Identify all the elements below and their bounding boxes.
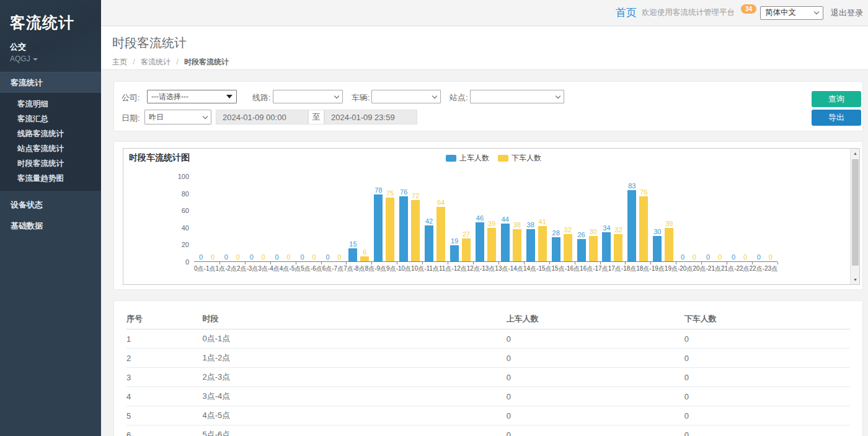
x-tick-label: 0点-1点 (194, 264, 215, 273)
bar-value-label: 30 (589, 228, 596, 235)
station-select[interactable] (470, 90, 564, 103)
chart-title: 时段车流统计图 (129, 152, 190, 164)
page-title: 时段客流统计 (112, 35, 868, 51)
bar-value-label: 38 (513, 221, 521, 229)
welcome-text: 欢迎使用客流统计管理平台 (642, 7, 735, 18)
bar-value-label: 39 (488, 220, 495, 227)
chevron-down-icon (814, 9, 819, 14)
bar-value-label: 0 (326, 253, 329, 261)
legend-item[interactable]: 上车人数 (446, 153, 489, 164)
bar-group: 7875 (371, 177, 397, 261)
chart-plot-area: 0000000000001567875767242641927463944383… (194, 177, 777, 262)
legend-item[interactable]: 下车人数 (498, 153, 541, 164)
bar (552, 237, 560, 261)
bar-value-label: 0 (718, 253, 722, 261)
bar (436, 207, 445, 261)
breadcrumb-passenger-stats[interactable]: 客流统计 (141, 58, 170, 66)
bar-value-label: 64 (437, 199, 445, 206)
app-root: 客流统计 公交 AQGJ 客流统计 客流明细客流汇总线路客流统计站点客流统计时段… (0, 0, 868, 436)
y-tick-label: 100 (170, 173, 189, 180)
bar-value-label: 42 (425, 217, 433, 225)
sidebar-item-device-status[interactable]: 设备状态 (0, 194, 101, 216)
notification-badge[interactable]: 34 (741, 4, 756, 14)
sidebar-subitem-0[interactable]: 客流明细 (0, 97, 101, 111)
bar (538, 226, 547, 261)
chevron-down-icon (432, 93, 437, 98)
x-tick-label: 6点-7点 (322, 264, 343, 273)
bar-group: 4264 (422, 177, 448, 261)
bar (462, 238, 471, 261)
sidebar: 客流统计 公交 AQGJ 客流统计 客流明细客流汇总线路客流统计站点客流统计时段… (0, 0, 101, 436)
bar (639, 196, 648, 261)
breadcrumb-home[interactable]: 主页 (112, 58, 127, 66)
bar-value-label: 27 (463, 230, 470, 238)
bar (665, 228, 673, 261)
sidebar-subitem-1[interactable]: 客流汇总 (0, 111, 101, 126)
chart-scrollbar[interactable]: ▲ ▼ (850, 149, 859, 284)
sidebar-item-base-data[interactable]: 基础数据 (0, 216, 101, 237)
bar-value-label: 32 (564, 226, 572, 233)
x-tick-label: 9点-10点 (386, 264, 411, 273)
y-tick-label: 0 (170, 258, 189, 266)
logout-link[interactable]: 退出登录 (831, 7, 863, 19)
bar-value-label: 26 (577, 231, 585, 238)
bar-value-label: 0 (693, 253, 696, 261)
bar-value-label: 76 (640, 188, 647, 196)
x-tick-label: 13点-14点 (495, 264, 523, 273)
scroll-down-icon[interactable]: ▼ (851, 275, 860, 284)
bar-value-label: 0 (287, 253, 291, 261)
app-logo: 客流统计 (10, 12, 91, 33)
chart-panel: 时段车流统计图 上车人数下车人数 020406080100 0000000000… (113, 141, 863, 290)
scrollbar-thumb[interactable] (852, 159, 859, 266)
org-name: 公交 (10, 41, 91, 53)
bar-value-label: 15 (349, 240, 356, 248)
x-tick-label: 22点-23点 (750, 264, 778, 273)
sidebar-subitem-2[interactable]: 线路客流统计 (0, 126, 101, 141)
date-preset-select[interactable]: 昨日 (144, 110, 211, 124)
chart-x-axis-labels: 0点-1点1点-2点2点-3点3点-4点4点-5点5点-6点6点-7点7点-8点… (194, 264, 777, 273)
export-button[interactable]: 导出 (812, 110, 861, 126)
x-tick-label: 8点-9点 (365, 264, 386, 273)
bar-group: 4639 (473, 177, 498, 261)
sidebar-subitem-3[interactable]: 站点客流统计 (0, 141, 101, 156)
line-select[interactable] (273, 90, 343, 103)
language-select[interactable]: 简体中文 (760, 6, 823, 20)
line-label: 线路: (252, 92, 271, 103)
bar (476, 222, 484, 261)
x-tick-label: 5点-6点 (301, 264, 322, 273)
dropdown-arrow-icon (226, 95, 232, 98)
bar (360, 256, 369, 261)
company-select[interactable]: ---请选择--- (147, 90, 237, 103)
bar (564, 234, 572, 261)
header-board: 上车人数 (507, 310, 684, 329)
bar-value-label: 30 (653, 228, 661, 235)
date-start-input[interactable]: 2024-01-09 00:00 (216, 110, 308, 124)
table-panel: 序号 时段 上车人数 下车人数 10点-1点0021点-2点0032点-3点00… (113, 300, 863, 436)
home-link[interactable]: 首页 (616, 6, 637, 20)
bar (653, 236, 662, 261)
bar-group: 00 (219, 177, 245, 261)
table-row: 43点-4点00 (126, 387, 850, 406)
sidebar-subitem-4[interactable]: 时段客流统计 (0, 156, 101, 171)
bar-group: 00 (321, 177, 347, 261)
scroll-up-icon[interactable]: ▲ (851, 149, 860, 158)
query-button[interactable]: 查询 (812, 91, 861, 107)
x-tick-label: 14点-15点 (523, 264, 552, 273)
bar-value-label: 38 (527, 221, 534, 229)
table-header-row: 序号 时段 上车人数 下车人数 (126, 310, 850, 329)
chart-legend: 上车人数下车人数 (446, 153, 541, 164)
date-end-input[interactable]: 2024-01-09 23:59 (324, 110, 417, 124)
bar-group: 2630 (575, 177, 600, 261)
vehicle-select[interactable] (371, 90, 441, 103)
sidebar-subitem-5[interactable]: 客流量趋势图 (0, 171, 101, 186)
bar (526, 229, 535, 261)
sidebar-item-passenger-stats[interactable]: 客流统计 (0, 72, 101, 93)
x-tick-label: 16点-17点 (580, 264, 608, 273)
bar-value-label: 6 (363, 248, 366, 256)
date-label: 日期: (122, 113, 140, 124)
bar-value-label: 0 (337, 253, 341, 261)
org-code-dropdown[interactable]: AQGJ (10, 54, 91, 63)
legend-swatch-icon (498, 155, 508, 162)
x-tick-label: 3点-4点 (258, 264, 279, 273)
station-label: 站点: (450, 92, 468, 103)
